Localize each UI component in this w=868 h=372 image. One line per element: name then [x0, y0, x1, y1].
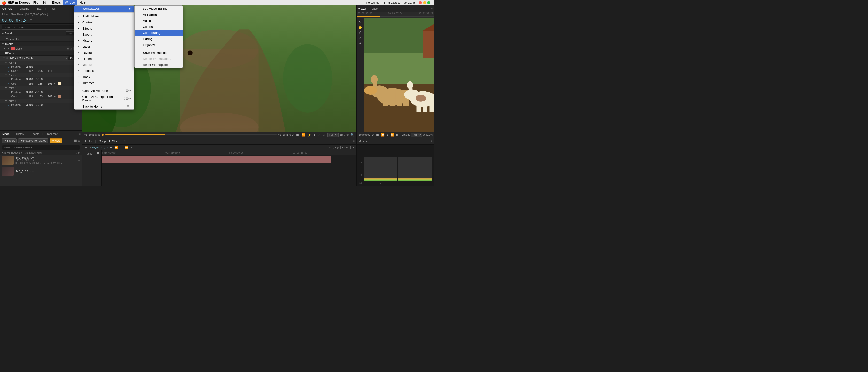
- zoom-btn-left[interactable]: 🔍: [350, 133, 354, 136]
- media-item-2[interactable]: IMG_5105.mov: [0, 166, 82, 177]
- tl-last-frame[interactable]: ⏭: [130, 146, 134, 149]
- point4-pos-y[interactable]: -300.0: [34, 103, 42, 106]
- tab-viewer[interactable]: Viewer: [358, 7, 366, 10]
- blend-value[interactable]: Normal: [66, 31, 80, 35]
- point1-r[interactable]: 192: [24, 69, 33, 72]
- new-button[interactable]: ✦ New: [50, 138, 62, 143]
- masks-arrow[interactable]: ▼: [2, 42, 4, 45]
- tl-next-frame[interactable]: ⏩: [124, 146, 129, 149]
- sort-icons[interactable]: ↕: [76, 152, 77, 154]
- apple-menu[interactable]: 🍎: [2, 1, 6, 5]
- point1-b[interactable]: 111: [43, 69, 52, 72]
- close-button[interactable]: [419, 1, 422, 4]
- transport-prev-btn[interactable]: ⏪: [301, 133, 306, 136]
- text-tool[interactable]: A: [359, 31, 361, 34]
- point2-r[interactable]: 255: [24, 82, 33, 85]
- point2-pos-x[interactable]: 300.0: [24, 78, 33, 81]
- point4-arrow[interactable]: ▼: [5, 99, 7, 102]
- tl-loop-btn[interactable]: ↩: [84, 146, 88, 149]
- point4-pos-x[interactable]: -300.0: [24, 103, 33, 106]
- controls-panel-menu[interactable]: ≡: [79, 7, 81, 10]
- media-item-settings-1[interactable]: ⚙: [78, 159, 80, 162]
- search-input[interactable]: [2, 25, 80, 30]
- viewer-scrubber[interactable]: [357, 14, 434, 19]
- transport-split-btn[interactable]: ⚡: [307, 133, 312, 136]
- menu-file[interactable]: File: [31, 0, 40, 5]
- point3-pos-x[interactable]: 300.0: [24, 91, 33, 93]
- blend-section[interactable]: ▶ Blend Normal: [0, 31, 82, 36]
- tab-track[interactable]: Track: [48, 7, 56, 11]
- transport-export-left[interactable]: ↗: [318, 133, 321, 136]
- tab-controls[interactable]: Controls: [1, 7, 13, 11]
- tab-lifetime[interactable]: Lifetime: [19, 7, 30, 11]
- preset-value[interactable]: Preset: [68, 56, 80, 60]
- transport-play-btn[interactable]: ▶: [313, 133, 316, 136]
- viewer-fwd-btn[interactable]: ⏩: [390, 133, 395, 136]
- point2-pos-y[interactable]: 300.0: [34, 78, 42, 81]
- grid-view-icon[interactable]: ⊞: [78, 139, 80, 143]
- minimize-button[interactable]: [423, 1, 426, 4]
- tl-play-pause[interactable]: ⏸: [119, 146, 123, 149]
- timeline-menu-icon[interactable]: ≡: [353, 140, 354, 143]
- timeline-clip-1[interactable]: [102, 156, 331, 163]
- point1-g[interactable]: 205: [34, 69, 42, 72]
- list-view-icon[interactable]: ☰: [74, 139, 77, 143]
- export-arrow[interactable]: ▶: [352, 146, 354, 149]
- menu-effects[interactable]: Effects: [50, 0, 62, 5]
- circle-tool[interactable]: ○: [359, 36, 361, 40]
- tab-text[interactable]: Text: [36, 7, 42, 11]
- pen-tool[interactable]: ✒: [359, 41, 362, 45]
- menu-help[interactable]: Help: [78, 0, 88, 5]
- effect-expand-icon[interactable]: ▼: [3, 57, 5, 59]
- arrange-label[interactable]: Arrange By: Name: [2, 152, 22, 154]
- point3-eyedropper[interactable]: ✒: [54, 95, 56, 98]
- tab-media[interactable]: Media: [1, 132, 11, 136]
- group-label[interactable]: Group By: Folder: [24, 152, 42, 154]
- viewer-prev-btn[interactable]: ⏮: [376, 133, 379, 136]
- tab-history[interactable]: History: [15, 132, 25, 136]
- filter-icon[interactable]: ▽: [30, 19, 32, 22]
- media-panel-menu[interactable]: ≡: [79, 133, 81, 135]
- tab-composite-shot[interactable]: Composite Shot 1: [98, 139, 121, 143]
- point2-b[interactable]: 193: [43, 82, 52, 85]
- point2-eyedropper[interactable]: ✒: [54, 82, 56, 85]
- maximize-button[interactable]: [427, 1, 430, 4]
- viewer-play-btn[interactable]: ▶: [386, 133, 389, 136]
- media-search-input[interactable]: [2, 145, 80, 150]
- menu-edit[interactable]: Edit: [40, 0, 50, 5]
- viewer-last-btn[interactable]: ⏭: [396, 133, 400, 136]
- menu-window[interactable]: Window: [63, 0, 77, 5]
- point3-arrow[interactable]: ▼: [5, 87, 7, 89]
- viewer-panel-menu[interactable]: ≡: [431, 7, 433, 10]
- point1-pos-x[interactable]: -300.0: [24, 65, 33, 68]
- pan-tool[interactable]: ✋: [358, 25, 362, 29]
- tl-add-marker[interactable]: ♦: [335, 146, 336, 149]
- filter-media-icon[interactable]: ⊞: [78, 152, 80, 154]
- point3-r[interactable]: 189: [24, 95, 33, 98]
- quality-select-left[interactable]: Full Half: [328, 133, 339, 137]
- tracks-menu-btn[interactable]: ☰: [97, 152, 99, 155]
- export-button[interactable]: Export: [340, 146, 351, 149]
- point2-arrow[interactable]: ▼: [5, 74, 7, 76]
- mask-eye[interactable]: 👁: [7, 47, 10, 50]
- add-mask-button[interactable]: Add: [73, 47, 80, 51]
- transport-first-btn[interactable]: ⏮: [296, 133, 300, 136]
- select-tool[interactable]: ↖: [359, 20, 362, 24]
- tl-next-marker[interactable]: ▷: [337, 146, 339, 149]
- meters-menu-btn[interactable]: ≡: [431, 140, 432, 143]
- tab-processor[interactable]: Processor: [44, 132, 59, 136]
- quality-select-viewer[interactable]: Full: [411, 133, 422, 137]
- tl-time-icon[interactable]: ⏱: [89, 146, 91, 149]
- effect-eye[interactable]: 👁: [6, 57, 9, 60]
- tl-back-frame[interactable]: ⏪: [114, 146, 118, 149]
- tab-editor[interactable]: Editor: [84, 139, 93, 143]
- left-scrubber[interactable]: [105, 134, 277, 135]
- media-item-1[interactable]: IMG_5099.mov 1920 x 1080 pixels 00;00;06…: [0, 155, 82, 166]
- transport-import-left[interactable]: ↙: [322, 133, 326, 136]
- tl-prev-marker[interactable]: ◁: [332, 146, 334, 149]
- point2-g[interactable]: 235: [34, 82, 42, 85]
- point3-g[interactable]: 133: [34, 95, 42, 98]
- close-composite-tab[interactable]: ✕: [124, 140, 126, 143]
- tab-effects[interactable]: Effects: [30, 132, 40, 136]
- point3-b[interactable]: 107: [43, 95, 52, 98]
